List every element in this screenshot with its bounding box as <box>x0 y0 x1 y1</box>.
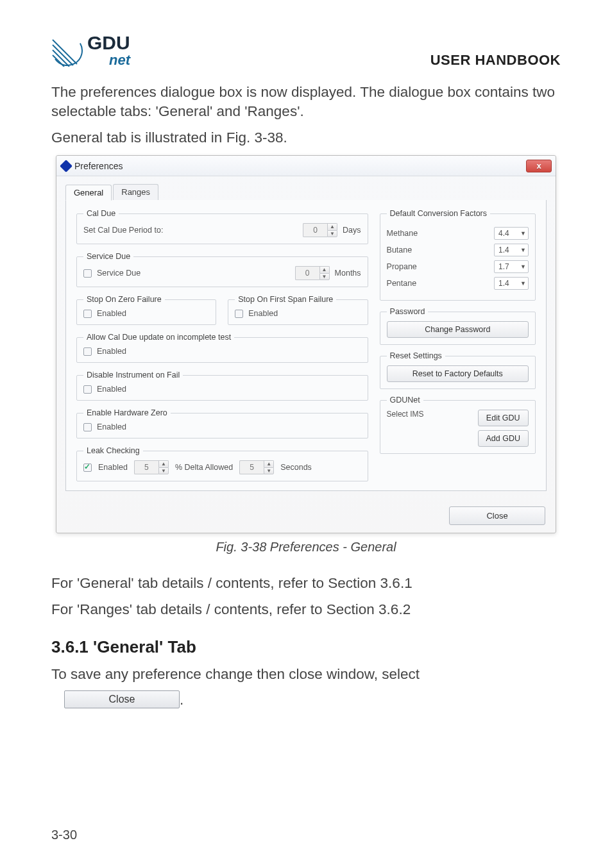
logo-gdu: GDU <box>87 32 130 54</box>
chevron-down-icon[interactable]: ▼ <box>327 230 337 238</box>
chevron-up-icon[interactable]: ▲ <box>319 266 330 273</box>
stop-zero-legend: Stop On Zero Failure <box>83 295 165 304</box>
titlebar: Preferences x <box>56 156 556 176</box>
logo-net: net <box>109 52 130 69</box>
cal-due-label: Set Cal Due Period to: <box>83 226 163 235</box>
tab-ranges[interactable]: Ranges <box>113 184 158 200</box>
service-due-group: Service Due Service Due 0 ▲▼ Months <box>76 252 368 287</box>
service-due-checkbox[interactable] <box>83 269 92 278</box>
leak-legend: Leak Checking <box>83 446 143 455</box>
leak-delta-spinner[interactable]: 5 ▲▼ <box>134 460 169 474</box>
tabstrip: General Ranges <box>65 184 547 201</box>
cal-due-unit: Days <box>343 226 361 235</box>
password-group: Password Change Password <box>380 307 536 345</box>
leak-checkbox[interactable] <box>83 463 92 472</box>
inline-close-button[interactable]: Close <box>64 690 180 708</box>
add-gdu-button[interactable]: Add GDU <box>478 430 529 447</box>
cal-due-legend: Cal Due <box>83 209 119 218</box>
close-button[interactable]: Close <box>449 506 545 525</box>
handbook-title: USER HANDBOOK <box>430 52 561 69</box>
page-number: 3-30 <box>51 828 77 842</box>
chevron-down-icon: ▼ <box>520 247 526 253</box>
methane-combo[interactable]: 4.4▼ <box>494 227 529 240</box>
propane-combo[interactable]: 1.7▼ <box>494 260 529 273</box>
hw-zero-checkbox[interactable] <box>83 423 92 431</box>
stop-span-legend: Stop On First Span Failure <box>235 295 336 304</box>
logo-text: GDU net <box>87 32 130 69</box>
leak-group: Leak Checking Enabled 5 ▲▼ % Delta Allow… <box>76 446 368 481</box>
dialog-title: Preferences <box>74 161 123 171</box>
cal-due-group: Cal Due Set Cal Due Period to: 0 ▲▼ Days <box>76 209 368 244</box>
allow-update-group: Allow Cal Due update on incomplete test … <box>76 333 368 363</box>
chevron-down-icon[interactable]: ▼ <box>158 467 169 475</box>
chevron-down-icon[interactable]: ▼ <box>319 273 330 281</box>
figure-caption: Fig. 3-38 Preferences - General <box>51 540 561 555</box>
cal-due-spinner[interactable]: 0 ▲▼ <box>303 223 337 237</box>
password-legend: Password <box>387 307 429 316</box>
tab-general[interactable]: General <box>65 185 112 201</box>
chevron-down-icon: ▼ <box>520 230 526 237</box>
service-due-checkbox-label: Service Due <box>97 269 140 278</box>
stop-zero-group: Stop On Zero Failure Enabled <box>76 295 216 325</box>
stop-span-checkbox[interactable] <box>235 310 243 318</box>
hw-zero-legend: Enable Hardware Zero <box>83 408 171 417</box>
hw-zero-group: Enable Hardware Zero Enabled <box>76 408 368 438</box>
factors-group: Default Conversion Factors Methane 4.4▼ … <box>380 209 536 301</box>
chevron-down-icon: ▼ <box>520 263 526 270</box>
app-icon <box>60 160 72 172</box>
disable-fail-checkbox[interactable] <box>83 385 92 394</box>
pentane-combo[interactable]: 1.4▼ <box>494 277 529 290</box>
chevron-down-icon[interactable]: ▼ <box>264 467 274 475</box>
leak-sec-spinner[interactable]: 5 ▲▼ <box>239 460 274 474</box>
chevron-up-icon[interactable]: ▲ <box>264 460 274 467</box>
service-due-unit: Months <box>335 269 361 278</box>
edit-gdu-button[interactable]: Edit GDU <box>478 410 529 426</box>
ref-ranges: For 'Ranges' tab details / contents, ref… <box>51 600 561 619</box>
save-instruction: To save any preference change then close… <box>51 665 561 684</box>
reset-legend: Reset Settings <box>387 351 445 360</box>
disable-fail-group: Disable Instrument on Fail Enabled <box>76 371 368 401</box>
service-due-legend: Service Due <box>83 252 133 261</box>
section-heading: 3.6.1 'General' Tab <box>51 637 561 657</box>
logo-icon <box>51 35 83 67</box>
butane-combo[interactable]: 1.4▼ <box>494 244 529 256</box>
reset-group: Reset Settings Reset to Factory Defaults <box>380 351 536 389</box>
change-password-button[interactable]: Change Password <box>387 321 529 338</box>
intro-paragraph-1: The preferences dialogue box is now disp… <box>51 83 561 122</box>
svg-point-0 <box>51 35 83 67</box>
chevron-down-icon: ▼ <box>520 280 526 287</box>
inline-period: . <box>180 690 183 710</box>
allow-update-checkbox[interactable] <box>83 347 92 356</box>
chevron-up-icon[interactable]: ▲ <box>327 223 337 230</box>
allow-update-legend: Allow Cal Due update on incomplete test <box>83 333 234 342</box>
gdunet-group: GDUNet Select IMS Edit GDU Add GDU <box>380 396 536 454</box>
gdunet-legend: GDUNet <box>387 396 423 405</box>
reset-defaults-button[interactable]: Reset to Factory Defaults <box>387 365 529 382</box>
service-due-spinner[interactable]: 0 ▲▼ <box>295 266 330 280</box>
factors-legend: Default Conversion Factors <box>387 209 490 218</box>
window-close-button[interactable]: x <box>526 160 552 172</box>
logo: GDU net <box>51 32 130 69</box>
page-header: GDU net USER HANDBOOK <box>51 32 561 69</box>
chevron-up-icon[interactable]: ▲ <box>158 460 169 467</box>
preferences-dialog: Preferences x General Ranges Cal Due Set… <box>56 155 556 533</box>
intro-paragraph-2: General tab is illustrated in Fig. 3-38. <box>51 128 561 147</box>
stop-zero-checkbox[interactable] <box>83 310 92 318</box>
select-ims-label: Select IMS <box>387 410 473 447</box>
stop-span-group: Stop On First Span Failure Enabled <box>228 295 368 325</box>
disable-fail-legend: Disable Instrument on Fail <box>83 371 183 380</box>
ref-general: For 'General' tab details / contents, re… <box>51 574 561 593</box>
